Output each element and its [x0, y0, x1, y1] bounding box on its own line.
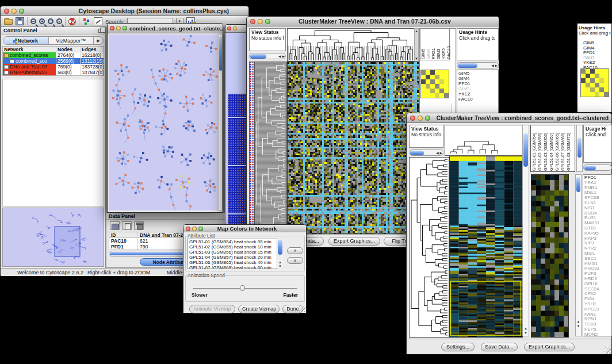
- animation-slider-thumb[interactable]: [240, 285, 245, 291]
- attribute-list-item[interactable]: GPL51-02 (GSM855) heat shock 10 min: [189, 244, 282, 250]
- minimize-icon[interactable]: [233, 26, 237, 30]
- network-table: Network Nodes Edges combined_scores 2764…: [2, 46, 104, 76]
- animate-vizmap-button[interactable]: Animate Vizmap: [189, 305, 235, 313]
- correlation-matrix-heatmap[interactable]: [420, 70, 449, 98]
- export-graphics-button[interactable]: Export Graphics...: [524, 343, 575, 351]
- attribute-list: GPL51-01 (GSM854) heat shock 05 minGPL51…: [188, 239, 283, 269]
- attribute-list-item[interactable]: GPL51-07 (GSM868) heat shock 60 min: [189, 265, 282, 269]
- view-status-box: View Status No status info: [409, 125, 443, 148]
- usage-hints-scrollbar[interactable]: [583, 164, 612, 171]
- attribute-list-item[interactable]: GPL51-06 (GSM865) heat shock 40 min: [189, 260, 282, 265]
- zoom-window-icon[interactable]: [425, 116, 430, 121]
- minimize-icon[interactable]: [258, 19, 263, 24]
- main-titlebar[interactable]: Cytoscape Desktop (Session Name: collins…: [1, 6, 248, 16]
- zoom-fit-icon[interactable]: □: [48, 18, 53, 24]
- attribute-list-scrollbar[interactable]: ▲▼: [277, 239, 283, 269]
- zoom-out-icon[interactable]: −: [30, 18, 36, 24]
- view-status-box: View Status No status info f: [249, 28, 286, 51]
- zoom-window-icon[interactable]: [19, 9, 24, 14]
- attribute-list-item[interactable]: GPL51-01 (GSM854) heat shock 05 min: [189, 239, 282, 244]
- resize-grip[interactable]: [299, 306, 305, 312]
- dialog-titlebar[interactable]: Map Colors to Network: [183, 225, 306, 233]
- treeview-dna-titlebar[interactable]: ClusterMaker TreeView : DNA and Tran 07-…: [247, 17, 499, 26]
- minimize-icon[interactable]: [192, 227, 197, 231]
- create-vizmap-button[interactable]: Create Vizmap: [238, 305, 280, 313]
- gene-name-list: PFD1YRA1RNR4MSL1SPC98CLN1NIS1BUD4ELG1MAK…: [583, 174, 612, 336]
- vizmapper-icon[interactable]: [82, 18, 91, 26]
- tab-overflow-arrow[interactable]: ▶: [94, 37, 103, 44]
- column-dendrogram[interactable]: [445, 125, 527, 156]
- map-colors-dialog: Map Colors to Network Attribute List GPL…: [183, 224, 307, 313]
- zoomed-heatmap[interactable]: [531, 174, 569, 338]
- network-table-row[interactable]: RNAPuberNov2+ 563(0) 107847(0): [3, 70, 104, 75]
- save-data-button[interactable]: Save Data...: [481, 343, 518, 351]
- tab-network[interactable]: Network: [3, 37, 49, 44]
- array-label: GPL51-04 (GSM857): [549, 126, 554, 171]
- network-canvas[interactable]: [109, 35, 218, 210]
- zoom-selected-icon[interactable]: ▪: [56, 18, 62, 24]
- move-up-button[interactable]: ∧: [287, 247, 303, 254]
- faster-label: Faster: [283, 292, 298, 298]
- network-view-2-titlebar[interactable]: [225, 25, 248, 33]
- treeview-combined-titlebar[interactable]: ClusterMaker TreeView : combined_scores_…: [407, 113, 611, 123]
- close-icon[interactable]: [4, 9, 9, 14]
- move-down-button[interactable]: ∨: [287, 257, 303, 264]
- animation-slider-track[interactable]: [193, 288, 297, 289]
- column-dendrogram[interactable]: [287, 28, 415, 62]
- network-vscrollbar[interactable]: [219, 35, 223, 210]
- row-dendrogram[interactable]: [254, 62, 287, 234]
- open-session-icon[interactable]: [4, 19, 13, 25]
- network-overview-panel[interactable]: [2, 208, 104, 267]
- new-attribute-icon[interactable]: [122, 221, 132, 230]
- attribute-list-item[interactable]: GPL51-04 (GSM857) heat shock 20 min: [189, 255, 282, 260]
- gene-label: YKE2: [442, 29, 446, 59]
- treeview-combined-window: ClusterMaker TreeView : combined_scores_…: [406, 113, 612, 354]
- heatmap-vscrollbar[interactable]: ▲▼: [522, 125, 529, 336]
- attribute-list-item[interactable]: GPL51-03 (GSM856) heat shock 15 min: [189, 250, 282, 255]
- gene-label: PFD1: [458, 81, 497, 86]
- zoom-window-icon[interactable]: [265, 19, 270, 24]
- settings-button[interactable]: Settings...: [441, 343, 475, 351]
- network-table-row[interactable]: combined_sco 2569(6) 13112(15): [3, 58, 104, 64]
- zoom-in-icon[interactable]: +: [39, 18, 45, 24]
- zoom-vscrollbar[interactable]: ▲▼: [575, 174, 582, 336]
- close-icon[interactable]: [410, 116, 415, 121]
- close-icon[interactable]: [186, 227, 190, 231]
- network-table-body: combined_scores 2764(0) 16218(0) combine…: [3, 52, 104, 75]
- matrix-column-labels: GIM5GIM4PFD1GIM3YKE2PAC10: [420, 28, 450, 60]
- treeview-corner-window: Usage Hints Click and drag t GIM5GIM4PFD…: [577, 23, 612, 113]
- minimize-icon[interactable]: [12, 9, 17, 14]
- correlation-matrix-heatmap[interactable]: [580, 68, 609, 97]
- view-status-scrollbar[interactable]: ◀ ▶: [249, 53, 286, 59]
- expression-heatmap[interactable]: [287, 62, 420, 234]
- network-overview-canvas[interactable]: [3, 208, 104, 266]
- zoom-window-icon[interactable]: [123, 26, 127, 30]
- gene-label: PAC10: [458, 97, 497, 102]
- close-icon[interactable]: [227, 26, 231, 30]
- close-icon[interactable]: [250, 19, 255, 24]
- gene-label: GIM3: [437, 29, 441, 59]
- gene-label: GIM3: [458, 86, 497, 91]
- row-dendrogram[interactable]: [409, 157, 449, 338]
- network-table-row[interactable]: combined_scores 2764(0) 16218(0): [3, 52, 104, 58]
- resize-grip[interactable]: [605, 347, 611, 354]
- tab-vizmapper[interactable]: VizMapper™: [49, 37, 94, 44]
- delete-attribute-icon[interactable]: [134, 221, 144, 230]
- annotation-icon[interactable]: [94, 17, 102, 25]
- usage-hints-scrollbar[interactable]: ◀ ▶: [457, 62, 499, 68]
- network-view-titlebar[interactable]: combined_scores_good.txt--cluste...: [108, 24, 223, 33]
- minimize-icon[interactable]: [116, 26, 121, 30]
- select-attributes-icon[interactable]: [110, 221, 120, 230]
- array-labels-scrollbar[interactable]: [576, 125, 583, 172]
- dendrogram-scroll-sliver[interactable]: ▲▼: [414, 28, 419, 62]
- network-table-row[interactable]: DNA and Tran 07 769(0) 183728(0): [3, 64, 104, 70]
- export-graphics-button[interactable]: Export Graphics...: [328, 237, 380, 246]
- float-panel-icon[interactable]: [98, 29, 103, 33]
- close-icon[interactable]: [110, 26, 114, 30]
- save-session-icon[interactable]: [16, 17, 24, 25]
- minimize-icon[interactable]: [418, 116, 423, 121]
- expression-heatmap[interactable]: [449, 156, 523, 338]
- help-icon[interactable]: [68, 18, 76, 25]
- view-status-scrollbar[interactable]: ◀ ▶: [409, 150, 443, 156]
- zoom-window-icon[interactable]: [198, 227, 203, 231]
